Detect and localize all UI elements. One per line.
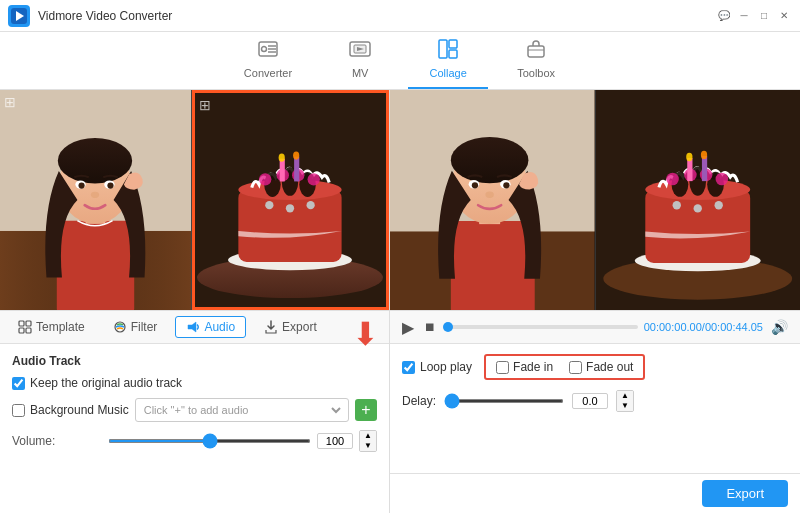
export-toolbar-button[interactable]: Export	[254, 317, 327, 337]
export-area: Export	[390, 473, 800, 513]
svg-point-77	[714, 201, 722, 209]
audio-icon	[186, 320, 200, 334]
fade-in-item: Fade in	[496, 360, 553, 374]
svg-rect-48	[19, 328, 24, 333]
svg-rect-42	[280, 159, 285, 182]
volume-up[interactable]: ▲	[360, 431, 376, 441]
volume-spinner: ▲ ▼	[359, 430, 377, 452]
filter-label: Filter	[131, 320, 158, 334]
progress-dot	[443, 322, 453, 332]
toolbox-icon	[525, 38, 547, 65]
svg-point-25	[107, 182, 113, 188]
video-preview-right	[390, 90, 800, 310]
export-button[interactable]: Export	[702, 480, 788, 507]
loop-play-checkbox[interactable]	[402, 361, 415, 374]
mv-label: MV	[352, 67, 369, 79]
loop-play-wrap: Loop play	[402, 360, 472, 374]
svg-point-61	[503, 182, 509, 188]
audio-section-title: Audio Track	[12, 354, 377, 368]
svg-point-35	[259, 173, 271, 185]
maximize-button[interactable]: □	[756, 8, 772, 24]
titlebar-controls: 💬 ─ □ ✕	[716, 8, 792, 24]
svg-rect-10	[439, 40, 447, 58]
minimize-button[interactable]: ─	[736, 8, 752, 24]
fade-in-label: Fade in	[513, 360, 553, 374]
svg-point-45	[293, 151, 299, 159]
fade-in-checkbox[interactable]	[496, 361, 509, 374]
add-audio-button[interactable]: +	[355, 399, 377, 421]
play-button[interactable]: ▶	[400, 318, 416, 337]
right-audio-section: Loop play Fade in Fade out Delay:	[390, 344, 800, 473]
svg-rect-43	[294, 157, 299, 182]
bg-music-checkbox[interactable]	[12, 404, 25, 417]
delay-slider[interactable]	[444, 399, 564, 403]
delay-label: Delay:	[402, 394, 436, 408]
delay-up[interactable]: ▲	[617, 391, 633, 401]
volume-ctrl-button[interactable]: 🔊	[769, 319, 790, 335]
svg-rect-49	[26, 328, 31, 333]
collage-label: Collage	[429, 67, 466, 79]
bg-music-label: Background Music	[30, 403, 129, 417]
tab-toolbox[interactable]: Toolbox	[496, 32, 576, 89]
collage-icon	[437, 38, 459, 65]
toolbox-label: Toolbox	[517, 67, 555, 79]
delay-down[interactable]: ▼	[617, 401, 633, 411]
svg-rect-78	[687, 158, 692, 181]
export-icon	[264, 320, 278, 334]
video-area-left: ⊞	[0, 90, 389, 310]
volume-row: Volume: ▲ ▼	[12, 430, 377, 452]
keep-original-wrap: Keep the original audio track	[12, 376, 182, 390]
main-content: ⊞	[0, 90, 800, 513]
close-button[interactable]: ✕	[776, 8, 792, 24]
filter-button[interactable]: Filter	[103, 317, 168, 337]
tab-mv[interactable]: MV	[320, 32, 400, 89]
video-slot-1[interactable]: ⊞	[0, 90, 192, 310]
volume-label: Volume:	[12, 434, 102, 448]
filter-icon	[113, 320, 127, 334]
tab-converter[interactable]: Converter	[224, 32, 312, 89]
app-title: Vidmore Video Converter	[38, 9, 172, 23]
svg-point-21	[58, 138, 132, 183]
svg-point-74	[715, 173, 728, 186]
app-logo	[8, 5, 30, 27]
time-total: 00:00:44.05	[705, 321, 763, 333]
template-button[interactable]: Template	[8, 317, 95, 337]
preview-slot-2	[595, 90, 801, 310]
delay-row: Delay: ▲ ▼	[402, 390, 788, 412]
svg-point-80	[686, 153, 692, 161]
left-panel: ⊞	[0, 90, 390, 513]
fade-out-checkbox[interactable]	[569, 361, 582, 374]
svg-point-75	[672, 201, 680, 209]
volume-slider[interactable]	[108, 439, 311, 443]
svg-point-39	[265, 201, 273, 209]
preview-scene-2	[596, 90, 801, 310]
svg-point-40	[286, 204, 294, 212]
progress-bar[interactable]	[444, 325, 638, 329]
svg-point-26	[91, 192, 99, 198]
converter-label: Converter	[244, 67, 292, 79]
svg-rect-47	[26, 321, 31, 326]
svg-rect-18	[57, 221, 134, 310]
fade-group: Fade in Fade out	[484, 354, 645, 380]
keep-original-label: Keep the original audio track	[30, 376, 182, 390]
loop-play-label: Loop play	[420, 360, 472, 374]
bg-music-checkbox-wrap: Background Music	[12, 403, 129, 417]
keep-original-checkbox[interactable]	[12, 377, 25, 390]
video-slot-2[interactable]: ⊞	[192, 90, 389, 310]
volume-value[interactable]	[317, 433, 353, 449]
svg-rect-12	[449, 50, 457, 58]
bg-music-select[interactable]: Click "+" to add audio	[140, 403, 344, 417]
preview-scene-1	[390, 90, 595, 310]
delay-value[interactable]	[572, 393, 608, 409]
chat-button[interactable]: 💬	[716, 8, 732, 24]
video-icon-1: ⊞	[4, 94, 16, 110]
svg-point-76	[693, 204, 701, 212]
svg-point-44	[279, 154, 285, 162]
stop-button[interactable]: ⏹	[422, 320, 438, 334]
right-panel: ▶ ⏹ 00:00:00.00/00:00:44.05 🔊 Loop play	[390, 90, 800, 513]
export-toolbar-label: Export	[282, 320, 317, 334]
bg-music-select-wrap[interactable]: Click "+" to add audio	[135, 398, 349, 422]
audio-button[interactable]: Audio	[175, 316, 246, 338]
tab-collage[interactable]: Collage	[408, 32, 488, 89]
volume-down[interactable]: ▼	[360, 441, 376, 451]
